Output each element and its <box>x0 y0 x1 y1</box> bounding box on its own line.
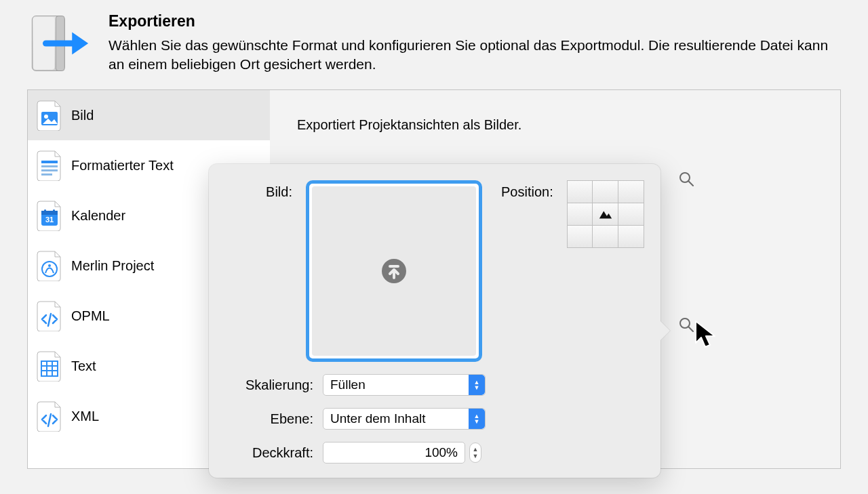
svg-rect-7 <box>41 169 58 171</box>
content-description: Exportiert Projektansichten als Bilder. <box>297 117 813 133</box>
opacity-stepper[interactable]: ▲ ▼ <box>469 442 481 463</box>
position-cell-2[interactable] <box>618 181 644 203</box>
sidebar-item-label: OPML <box>71 308 110 324</box>
sidebar-item-bild[interactable]: Bild <box>28 90 270 140</box>
position-cell-6[interactable] <box>568 226 593 247</box>
calendar-icon: 31 <box>36 200 63 231</box>
opacity-value: 100% <box>425 445 458 460</box>
svg-point-15 <box>48 264 51 267</box>
scaling-select[interactable]: Füllen ▲▼ <box>323 374 486 396</box>
layer-value: Unter dem Inhalt <box>330 411 425 426</box>
layer-label: Ebene: <box>225 411 313 427</box>
richtext-icon <box>36 150 63 181</box>
sidebar-item-label: Bild <box>71 108 94 123</box>
page-subtitle: Wählen Sie das gewünschte Format und kon… <box>108 36 841 75</box>
svg-rect-22 <box>389 265 399 268</box>
position-grid <box>567 180 644 248</box>
position-cell-1[interactable] <box>593 181 618 203</box>
chevron-updown-icon: ▲▼ <box>469 409 485 429</box>
sidebar-item-label: Merlin Project <box>71 258 154 274</box>
image-popover: Bild: Position: Skalierung: Füllen ▲▼ Eb… <box>209 164 660 478</box>
sidebar-item-label: Kalender <box>71 208 125 224</box>
svg-rect-6 <box>41 165 58 167</box>
layer-select[interactable]: Unter dem Inhalt ▲▼ <box>323 408 486 430</box>
chevron-down-icon: ▼ <box>473 453 479 459</box>
svg-text:31: 31 <box>45 215 54 224</box>
svg-rect-11 <box>44 209 46 213</box>
scaling-label: Skalierung: <box>225 377 313 393</box>
sidebar-item-label: Formatierter Text <box>71 158 174 173</box>
table-icon <box>36 350 63 382</box>
opacity-field[interactable]: 100% <box>323 442 465 464</box>
merlin-icon <box>36 250 63 281</box>
code-icon <box>36 300 63 331</box>
position-cell-3[interactable] <box>568 203 593 225</box>
position-cell-8[interactable] <box>618 226 644 247</box>
position-label: Position: <box>501 180 553 362</box>
svg-rect-10 <box>41 211 58 215</box>
image-icon <box>36 100 63 131</box>
sidebar-item-label: Text <box>71 358 96 374</box>
export-icon <box>27 12 90 75</box>
image-drop-well[interactable] <box>306 180 482 362</box>
position-cell-4[interactable] <box>593 203 618 225</box>
page-title: Exportieren <box>108 12 841 30</box>
upload-icon <box>380 258 408 285</box>
svg-rect-12 <box>53 209 55 213</box>
chevron-updown-icon: ▲▼ <box>469 375 485 395</box>
svg-rect-5 <box>41 161 58 163</box>
position-cell-7[interactable] <box>593 226 618 247</box>
position-cell-0[interactable] <box>568 181 593 203</box>
code-icon <box>36 400 63 432</box>
image-label: Bild: <box>225 180 292 362</box>
mountain-icon <box>598 208 613 220</box>
sidebar-item-label: XML <box>71 409 99 424</box>
chevron-up-icon: ▲ <box>473 446 479 453</box>
svg-point-4 <box>44 115 48 119</box>
position-cell-5[interactable] <box>618 203 644 225</box>
opacity-label: Deckkraft: <box>225 445 313 461</box>
scaling-value: Füllen <box>330 377 366 392</box>
svg-rect-8 <box>41 173 52 176</box>
